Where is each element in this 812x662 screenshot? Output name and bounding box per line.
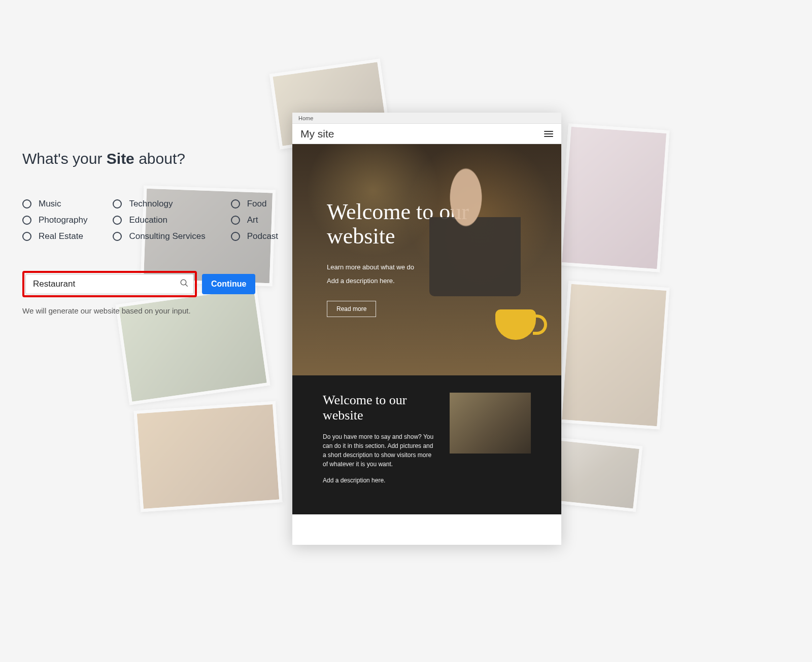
radio-icon — [113, 199, 122, 208]
radio-label: Music — [39, 199, 61, 209]
category-grid: Music Technology Food Photography Educat… — [22, 199, 266, 241]
section-image — [450, 393, 531, 454]
section-body: Do you have more to say and show? You ca… — [323, 432, 437, 469]
category-option-food[interactable]: Food — [231, 199, 278, 209]
radio-label: Technology — [129, 199, 173, 209]
site-setup-form: What's your Site about? Music Technology… — [22, 150, 266, 315]
radio-icon — [231, 199, 240, 208]
radio-label: Food — [247, 199, 267, 209]
radio-label: Art — [247, 215, 258, 225]
radio-icon — [113, 216, 122, 225]
bg-photo — [133, 401, 282, 512]
page-title: What's your Site about? — [22, 150, 266, 167]
bg-photo — [558, 123, 669, 272]
highlight-annotation — [22, 271, 197, 297]
hamburger-icon[interactable] — [544, 131, 553, 137]
helper-text: We will generate our website based on yo… — [22, 306, 266, 315]
site-preview: Home My site Welcome to our website Lear… — [292, 113, 561, 545]
radio-icon — [231, 232, 240, 241]
preview-tab-home[interactable]: Home — [298, 115, 313, 121]
radio-label: Education — [129, 215, 167, 225]
bg-photo — [558, 281, 669, 429]
svg-line-1 — [185, 284, 188, 287]
section-sub: Add a description here. — [323, 476, 437, 485]
search-icon — [180, 278, 189, 290]
radio-label: Real Estate — [39, 231, 83, 241]
read-more-button[interactable]: Read more — [327, 301, 376, 317]
welcome-section: Welcome to our website Do you have more … — [292, 375, 561, 514]
radio-icon — [231, 216, 240, 225]
radio-label: Photography — [39, 215, 87, 225]
radio-label: Podcast — [247, 231, 278, 241]
search-row: Continue — [22, 271, 266, 297]
svg-point-0 — [181, 280, 186, 285]
hero-subtitle-2: Add a description here. — [327, 277, 527, 285]
radio-icon — [22, 216, 31, 225]
category-option-real-estate[interactable]: Real Estate — [22, 231, 87, 241]
category-option-education[interactable]: Education — [113, 215, 205, 225]
category-option-music[interactable]: Music — [22, 199, 87, 209]
radio-label: Consulting Services — [129, 231, 205, 241]
heading-strong: Site — [107, 150, 134, 167]
category-option-consulting[interactable]: Consulting Services — [113, 231, 205, 241]
category-option-art[interactable]: Art — [231, 215, 278, 225]
category-option-photography[interactable]: Photography — [22, 215, 87, 225]
radio-icon — [22, 232, 31, 241]
site-topic-input[interactable] — [25, 274, 194, 294]
heading-post: about? — [134, 150, 185, 167]
hero-subtitle-1: Learn more about what we do — [327, 263, 527, 271]
preview-bottom — [292, 514, 561, 545]
site-title: My site — [300, 128, 334, 140]
category-option-technology[interactable]: Technology — [113, 199, 205, 209]
heading-pre: What's your — [22, 150, 107, 167]
preview-tabbar: Home — [292, 113, 561, 124]
hero-mug-image — [495, 309, 536, 340]
preview-header: My site — [292, 124, 561, 144]
continue-button[interactable]: Continue — [202, 274, 255, 294]
radio-icon — [113, 232, 122, 241]
hero-section: Welcome to our website Learn more about … — [292, 144, 561, 375]
radio-icon — [22, 199, 31, 208]
section-title: Welcome to our website — [323, 393, 437, 423]
category-option-podcast[interactable]: Podcast — [231, 231, 278, 241]
